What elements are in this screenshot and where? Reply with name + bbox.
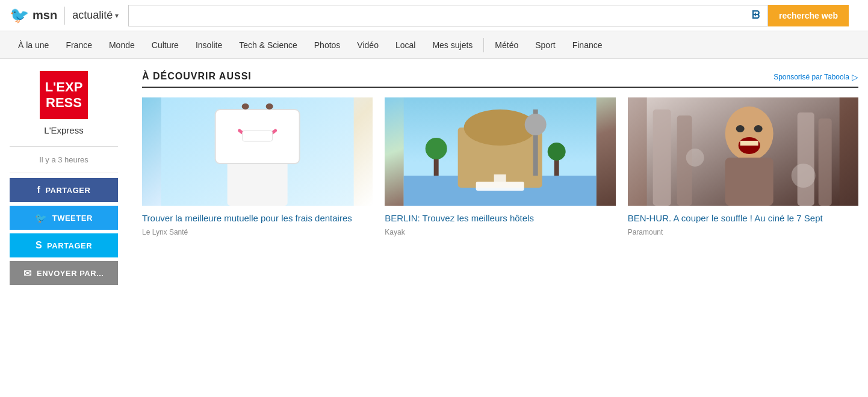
source-name: L'Express — [44, 125, 83, 135]
card-3-title[interactable]: BEN-HUR. A couper le souffle ! Au ciné l… — [628, 212, 858, 224]
nav-item-sport[interactable]: Sport — [527, 31, 563, 59]
card-3-image — [628, 97, 858, 206]
svg-rect-25 — [740, 141, 758, 146]
svg-point-13 — [426, 138, 447, 159]
chevron-down-icon: ▾ — [115, 11, 119, 20]
svg-point-4 — [242, 103, 249, 109]
nav: À la une France Monde Culture Insolite T… — [0, 31, 868, 59]
card-1: Trouver la meilleure mutuelle pour les f… — [142, 97, 373, 236]
search-bar: ᗸ recherche web — [128, 5, 849, 26]
bing-icon: ᗸ — [752, 9, 760, 22]
taboola-arrow-icon: ▷ — [852, 72, 858, 82]
card-3: BEN-HUR. A couper le souffle ! Au ciné l… — [628, 97, 858, 236]
nav-item-insolite[interactable]: Insolite — [187, 31, 231, 59]
card-2-source: Kayak — [385, 228, 615, 236]
twitter-share-button[interactable]: 🐦 TWEETER — [10, 206, 118, 230]
nav-item-finance[interactable]: Finance — [564, 31, 611, 59]
content-area: À DÉCOUVRIR AUSSI Sponsorisé par Taboola… — [130, 71, 858, 289]
svg-rect-19 — [653, 109, 671, 206]
email-share-button[interactable]: ✉ ENVOYER PAR... — [10, 261, 118, 285]
section-label: actualité — [72, 9, 113, 22]
nav-item-meteo[interactable]: Météo — [486, 31, 527, 59]
svg-point-30 — [791, 164, 815, 188]
card-2-title[interactable]: BERLIN: Trouvez les meilleurs hôtels — [385, 212, 615, 224]
svg-rect-17 — [494, 174, 506, 182]
svg-point-15 — [548, 143, 566, 161]
msn-text: msn — [33, 8, 57, 22]
svg-rect-21 — [797, 112, 814, 206]
header-divider — [64, 7, 65, 25]
nav-separator — [483, 38, 484, 52]
sponsored-text: Sponsorisé par Taboola — [773, 73, 849, 81]
search-web-button[interactable]: recherche web — [768, 5, 849, 26]
twitter-icon: 🐦 — [35, 212, 48, 224]
time-ago: Il y a 3 heures — [39, 155, 88, 164]
svg-point-26 — [736, 125, 744, 132]
sidebar-divider-top — [10, 146, 118, 147]
svg-point-29 — [686, 149, 704, 167]
nav-item-france[interactable]: France — [57, 31, 101, 59]
bing-search-button[interactable]: ᗸ — [744, 5, 768, 26]
facebook-icon: f — [37, 185, 41, 195]
card-1-image — [142, 97, 373, 206]
header-section[interactable]: actualité ▾ — [72, 9, 119, 22]
card-1-title[interactable]: Trouver la meilleure mutuelle pour les f… — [142, 212, 373, 224]
email-icon: ✉ — [23, 268, 32, 279]
skype-label: PARTAGER — [47, 241, 92, 250]
nav-item-local[interactable]: Local — [387, 31, 424, 59]
nav-item-photos[interactable]: Photos — [306, 31, 349, 59]
card-2: BERLIN: Trouvez les meilleurs hôtels Kay… — [385, 97, 615, 236]
nav-item-a-la-une[interactable]: À la une — [10, 31, 57, 59]
svg-rect-28 — [725, 158, 773, 206]
section-title: À DÉCOUVRIR AUSSI — [142, 71, 252, 82]
svg-point-27 — [754, 125, 762, 132]
cards-grid: Trouver la meilleure mutuelle pour les f… — [142, 97, 858, 236]
skype-share-button[interactable]: S PARTAGER — [10, 233, 118, 257]
facebook-label: PARTAGER — [45, 186, 90, 195]
sponsored-label: Sponsorisé par Taboola ▷ — [773, 72, 858, 82]
msn-bird-icon: 🐦 — [10, 6, 29, 25]
svg-point-5 — [266, 103, 273, 109]
main-content: L'EXPRESS L'Express Il y a 3 heures f PA… — [0, 59, 868, 301]
sidebar: L'EXPRESS L'Express Il y a 3 heures f PA… — [10, 71, 130, 289]
svg-rect-16 — [476, 182, 524, 191]
card-3-source: Paramount — [628, 228, 858, 236]
twitter-label: TWEETER — [52, 214, 93, 223]
nav-item-monde[interactable]: Monde — [101, 31, 143, 59]
sidebar-divider-bottom — [10, 173, 118, 173]
nav-item-video[interactable]: Vidéo — [349, 31, 387, 59]
svg-rect-3 — [243, 131, 273, 141]
skype-icon: S — [36, 240, 42, 251]
nav-item-tech-science[interactable]: Tech & Science — [231, 31, 306, 59]
nav-item-culture[interactable]: Culture — [143, 31, 187, 59]
nav-item-mes-sujets[interactable]: Mes sujets — [424, 31, 481, 59]
express-logo: L'EXPRESS — [40, 71, 88, 119]
msn-logo[interactable]: 🐦 msn — [10, 6, 57, 25]
section-header: À DÉCOUVRIR AUSSI Sponsorisé par Taboola… — [142, 71, 858, 88]
svg-rect-22 — [818, 118, 831, 206]
search-input[interactable] — [128, 5, 744, 26]
facebook-share-button[interactable]: f PARTAGER — [10, 178, 118, 202]
header: 🐦 msn actualité ▾ ᗸ recherche web — [0, 0, 868, 31]
email-label: ENVOYER PAR... — [37, 269, 104, 278]
svg-point-11 — [525, 114, 547, 135]
card-1-source: Le Lynx Santé — [142, 228, 373, 236]
card-2-image — [385, 97, 615, 206]
